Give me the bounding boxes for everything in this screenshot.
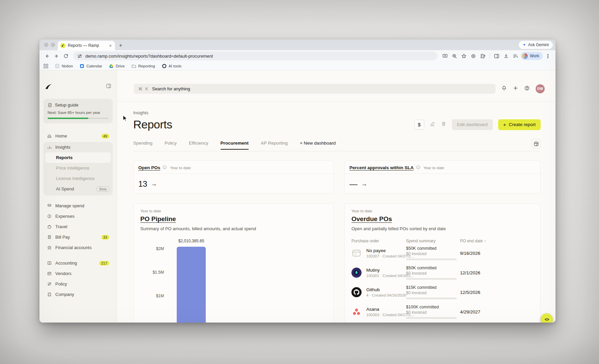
sidebar-item-travel[interactable]: Travel	[44, 221, 113, 232]
bookmark-label: AI tools	[169, 64, 181, 68]
sidebar-item-insights[interactable]: Insights	[44, 142, 113, 152]
po-pipeline-card: Year to date PO Pipeline Summary of PO a…	[133, 203, 334, 323]
breadcrumb[interactable]: Insights	[133, 110, 541, 115]
overdue-title[interactable]: Overdue POs	[351, 215, 534, 223]
home-icon	[47, 133, 52, 139]
bookmark-ai-tools[interactable]: AI tools	[162, 64, 181, 68]
spend-progress-track	[406, 278, 457, 280]
pipeline-title[interactable]: PO Pipeline	[140, 215, 326, 223]
currency-button[interactable]: $	[414, 120, 424, 130]
col-po-end-date[interactable]: PO end date ↑	[460, 239, 534, 243]
browser-tab-active[interactable]: Reports — Ramp ×	[58, 41, 115, 50]
create-report-button[interactable]: + Create report	[498, 119, 541, 130]
user-avatar[interactable]: DW	[536, 84, 545, 93]
table-row[interactable]: No payee 100307 · Created 04/27/2... $50…	[351, 243, 534, 263]
tab-close-icon[interactable]: ×	[108, 43, 112, 48]
apps-grid-icon[interactable]	[44, 64, 48, 68]
ai-tools-favicon-icon	[162, 64, 167, 68]
spend-progress-track	[406, 317, 457, 319]
app-sidebar: Setup guide Next: Save 85+ hours per yea…	[39, 70, 117, 323]
open-pos-period: Year to date	[170, 166, 191, 170]
address-bar[interactable]: demo.ramp.com/insights/reports?dashboard…	[73, 52, 437, 60]
notifications-bell-icon[interactable]	[501, 85, 507, 92]
setup-guide-title: Setup guide	[55, 102, 78, 108]
ramp-logo	[45, 84, 52, 90]
insights-icon	[47, 145, 52, 150]
mouse-cursor	[122, 115, 129, 122]
tab-spending[interactable]: Spending	[133, 141, 152, 150]
edit-pencil-icon[interactable]	[430, 121, 435, 128]
bookmark-star-icon[interactable]	[460, 52, 468, 60]
ask-gemini-label: Ask Gemini	[528, 42, 549, 47]
table-row[interactable]: Mutiny 100301 · Created 04/16/2... $50K …	[351, 263, 534, 282]
delete-trash-icon[interactable]	[441, 121, 447, 128]
dashboard-layout-icon[interactable]	[532, 139, 541, 148]
col-purchase-order[interactable]: Purchase order	[351, 239, 406, 243]
bookmark-reporting-folder[interactable]: Reporting	[132, 64, 155, 68]
sidebar-item-expenses[interactable]: Expenses	[44, 211, 113, 221]
sidebar-item-policy[interactable]: Policy	[44, 279, 113, 289]
col-spend-summary[interactable]: Spend summary	[406, 239, 460, 243]
side-panel-icon[interactable]	[492, 52, 501, 60]
bookmark-drive[interactable]: Drive	[109, 64, 125, 68]
drive-favicon-icon	[109, 64, 114, 68]
minimize-window-button[interactable]	[51, 43, 55, 47]
new-tab-button[interactable]: +	[119, 42, 122, 49]
pipeline-subtitle: Summary of PO amounts, billed amounts, a…	[140, 226, 326, 231]
downloads-icon[interactable]	[502, 52, 510, 60]
extensions-puzzle-icon[interactable]	[479, 52, 487, 60]
table-row[interactable]: Asana 100303 · Created 04/17/2... $100K …	[351, 302, 534, 322]
bookmark-label: Reporting	[138, 64, 155, 68]
page-title: Reports	[133, 118, 172, 131]
po-amount-bar[interactable]	[177, 247, 206, 323]
open-pos-title[interactable]: Open POs	[138, 165, 160, 170]
tab-procurement[interactable]: Procurement	[221, 141, 249, 150]
extension-gear-icon[interactable]	[469, 52, 477, 60]
info-icon	[416, 164, 420, 171]
browser-menu-icon[interactable]	[544, 52, 552, 60]
ask-gemini-button[interactable]: ✦ Ask Gemini	[519, 41, 553, 49]
bookmark-notion[interactable]: Notion	[55, 64, 73, 68]
new-dashboard-button[interactable]: + New dashboard	[300, 141, 336, 150]
reload-icon[interactable]	[62, 52, 70, 60]
zoom-icon[interactable]	[450, 52, 458, 60]
table-header: Purchase order Spend summary PO end date…	[351, 239, 534, 243]
sidebar-item-financial-accounts[interactable]: Financial accounts	[44, 242, 113, 253]
sidebar-item-home[interactable]: Home 49	[44, 131, 113, 141]
sidebar-item-reports[interactable]: Reports	[45, 152, 111, 163]
overdue-period: Year to date	[351, 209, 534, 213]
table-row[interactable]: Github 4 · Created 04/16/2026 $15K commi…	[351, 282, 534, 302]
bank-icon	[47, 245, 52, 250]
open-pos-value-row[interactable]: 13 →	[134, 174, 333, 194]
sidebar-item-accounting[interactable]: Accounting 217	[44, 258, 113, 268]
search-input[interactable]: ⌘ K Search for anything	[134, 84, 495, 94]
bookmark-calendar[interactable]: Calendar	[80, 64, 102, 68]
profile-avatar	[522, 53, 528, 59]
sidebar-item-license-intelligence[interactable]: License Intelligence	[44, 173, 113, 184]
tab-policy[interactable]: Policy	[165, 141, 177, 150]
sidebar-item-company[interactable]: Company	[44, 289, 113, 300]
sidebar-collapse-icon[interactable]	[106, 83, 111, 90]
sidebar-item-price-intelligence[interactable]: Price Intelligence	[44, 163, 113, 173]
browser-profile-chip[interactable]: Work	[521, 52, 543, 60]
reading-list-icon[interactable]	[511, 52, 519, 60]
quick-add-icon[interactable]	[513, 85, 518, 92]
sidebar-item-bill-pay[interactable]: Bill Pay 33	[44, 232, 113, 242]
sidebar-item-vendors[interactable]: Vendors	[44, 268, 113, 279]
sidebar-item-manage-spend[interactable]: Manage spend	[44, 201, 113, 211]
building-icon	[47, 292, 52, 297]
sidebar-item-ai-spend[interactable]: AI Spend Beta	[44, 184, 113, 194]
tab-ap-reporting[interactable]: AP Reporting	[261, 141, 288, 150]
back-icon[interactable]	[43, 52, 51, 60]
edit-dashboard-button[interactable]: Edit dashboard	[452, 119, 493, 130]
help-icon[interactable]	[524, 85, 530, 92]
close-window-button[interactable]	[44, 43, 48, 47]
calendar-favicon-icon	[80, 64, 84, 68]
sla-title[interactable]: Percent approvals within SLA	[349, 165, 414, 170]
setup-guide-card[interactable]: Setup guide Next: Save 85+ hours per yea…	[44, 99, 113, 123]
forward-icon[interactable]	[52, 52, 60, 60]
sla-value-row[interactable]: — →	[345, 174, 540, 194]
sla-card: Percent approvals within SLA Year to dat…	[344, 160, 541, 194]
install-app-icon[interactable]	[441, 52, 449, 60]
tab-efficiency[interactable]: Efficiency	[189, 141, 208, 150]
